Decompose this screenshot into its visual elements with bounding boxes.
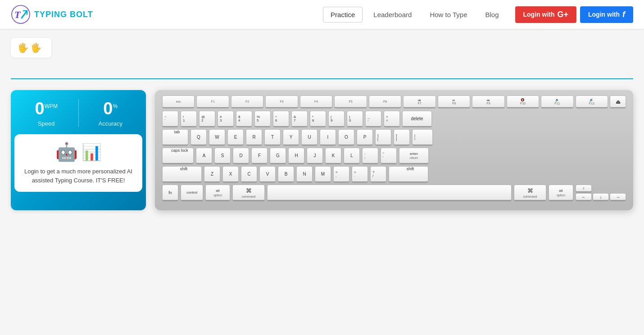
header: T TYPING BOLT Practice Leaderboard How t… (0, 0, 644, 29)
logo-icon: T (11, 5, 31, 24)
key-w[interactable]: W (209, 129, 225, 145)
key-arrow-right[interactable]: → (610, 193, 626, 201)
robot-icon: 🤖 (55, 141, 78, 163)
key-enter[interactable]: enter return (399, 148, 429, 164)
key-9[interactable]: (9 (328, 111, 345, 127)
stat-divider (78, 99, 79, 127)
login-google-button[interactable]: Login with G+ (515, 6, 577, 23)
key-b[interactable]: B (278, 166, 294, 182)
key-f12[interactable]: 🔊F12 (576, 95, 608, 108)
key-0[interactable]: )0 (347, 111, 363, 127)
key-command-left[interactable]: ⌘ command (232, 185, 265, 201)
key-6[interactable]: ^6 (273, 111, 289, 127)
nav-leaderboard[interactable]: Leaderboard (366, 7, 419, 22)
main-nav: Practice Leaderboard How to Type Blog Lo… (323, 6, 633, 23)
key-f3[interactable]: F3 (265, 95, 298, 108)
key-arrow-up[interactable]: ↑ (576, 185, 592, 192)
key-t[interactable]: T (264, 129, 281, 145)
key-f6[interactable]: F6 (369, 95, 401, 108)
key-slash[interactable]: ?/ (370, 166, 386, 182)
key-o[interactable]: O (338, 129, 354, 145)
key-f9[interactable]: ⏭F9 (472, 95, 504, 108)
key-comma[interactable]: <, (333, 166, 349, 182)
key-control[interactable]: control (181, 185, 203, 201)
key-m[interactable]: M (315, 166, 331, 182)
key-4[interactable]: $4 (236, 111, 252, 127)
key-h[interactable]: H (288, 148, 304, 164)
key-u[interactable]: U (301, 129, 317, 145)
key-r[interactable]: R (246, 129, 262, 145)
key-q[interactable]: Q (190, 129, 207, 145)
key-space[interactable] (267, 185, 512, 201)
right-hand-icon: 🖐 (30, 42, 41, 53)
stats-card: 0WPM Speed 0% Accuracy 🤖 📊 Login to g (11, 90, 146, 210)
nav-practice[interactable]: Practice (323, 7, 363, 23)
key-esc[interactable]: esc (162, 95, 195, 108)
asdf-row: caps lock A S D F G H J K L :; "' enter … (162, 148, 626, 164)
key-rbracket[interactable]: }] (394, 129, 410, 145)
key-f[interactable]: F (251, 148, 268, 164)
speed-stat: 0WPM Speed (20, 99, 73, 127)
key-f10[interactable]: 🔇F10 (507, 95, 539, 108)
key-quote[interactable]: "' (381, 148, 397, 164)
key-v[interactable]: V (259, 166, 276, 182)
key-f2[interactable]: F2 (231, 95, 263, 108)
logo[interactable]: T TYPING BOLT (11, 5, 93, 24)
key-arrow-left[interactable]: ← (576, 193, 592, 201)
key-backslash[interactable]: |\ (412, 129, 433, 145)
key-5[interactable]: %5 (254, 111, 271, 127)
key-7[interactable]: &7 (291, 111, 308, 127)
key-command-right[interactable]: ⌘ command (514, 185, 546, 201)
key-capslock[interactable]: caps lock (162, 148, 194, 164)
key-a[interactable]: A (196, 148, 212, 164)
promo-text: Login to get a much more personalized AI… (22, 167, 135, 185)
key-d[interactable]: D (233, 148, 249, 164)
key-lbracket[interactable]: {[ (375, 129, 391, 145)
key-f7[interactable]: ⏮F7 (403, 95, 435, 108)
key-tab[interactable]: tab (162, 129, 188, 145)
key-semicolon[interactable]: :; (362, 148, 378, 164)
key-y[interactable]: Y (283, 129, 299, 145)
login-facebook-button[interactable]: Login with f (580, 6, 633, 23)
key-minus[interactable]: _- (365, 111, 381, 127)
key-1[interactable]: !1 (181, 111, 197, 127)
nav-blog[interactable]: Blog (478, 7, 506, 22)
key-g[interactable]: G (270, 148, 286, 164)
key-n[interactable]: N (296, 166, 313, 182)
key-j[interactable]: J (307, 148, 323, 164)
key-eject[interactable]: ⏏ (610, 95, 626, 108)
key-8[interactable]: *8 (310, 111, 326, 127)
key-3[interactable]: #3 (218, 111, 234, 127)
key-shift-left[interactable]: shift (162, 166, 202, 182)
key-l[interactable]: L (344, 148, 360, 164)
key-f4[interactable]: F4 (300, 95, 332, 108)
key-shift-right[interactable]: shift (389, 166, 428, 182)
bottom-row: fn control alt option ⌘ command ⌘ comman… (162, 185, 626, 201)
stats-illustration: 🤖 📊 (55, 141, 102, 163)
key-f11[interactable]: 🔉F11 (541, 95, 573, 108)
logo-text: TYPING BOLT (34, 10, 93, 19)
key-tilde[interactable]: ~` (162, 111, 178, 127)
typing-input[interactable] (11, 63, 633, 79)
key-option-right[interactable]: alt option (549, 185, 573, 201)
key-arrow-down[interactable]: ↓ (593, 193, 609, 201)
key-e[interactable]: E (227, 129, 244, 145)
key-f8[interactable]: ⏯F8 (438, 95, 470, 108)
nav-how-to-type[interactable]: How to Type (422, 7, 474, 22)
key-period[interactable]: >. (352, 166, 368, 182)
key-delete[interactable]: delete (402, 111, 432, 127)
key-z[interactable]: Z (204, 166, 220, 182)
key-i[interactable]: I (320, 129, 336, 145)
key-x[interactable]: X (222, 166, 239, 182)
key-p[interactable]: P (357, 129, 373, 145)
key-f1[interactable]: F1 (196, 95, 229, 108)
key-c[interactable]: C (241, 166, 257, 182)
key-k[interactable]: K (325, 148, 341, 164)
key-equals[interactable]: += (384, 111, 400, 127)
key-f5[interactable]: F5 (334, 95, 367, 108)
key-s[interactable]: S (214, 148, 231, 164)
key-option-left[interactable]: alt option (205, 185, 230, 201)
key-fn[interactable]: fn (162, 185, 178, 201)
key-2[interactable]: @2 (199, 111, 215, 127)
arrow-keys: ↑ ← ↓ → (576, 185, 626, 201)
